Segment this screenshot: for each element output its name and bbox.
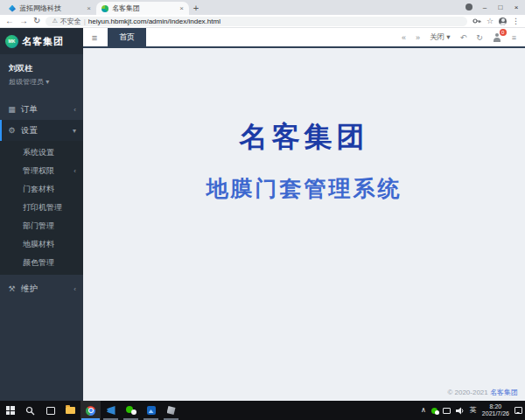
company-title: 名客集团 xyxy=(83,118,525,157)
home-content: 名客集团 地膜门套管理系统 © 2020-2021 名客集团 xyxy=(83,50,525,401)
submenu-label: 管理权限 xyxy=(23,165,74,177)
notification-user-icon[interactable]: 0 xyxy=(493,32,502,43)
user-role-label: 超级管理员 xyxy=(9,78,44,86)
sidebar-item-maintenance[interactable]: ⚒ 维护 ‹ xyxy=(0,278,83,299)
browser-menu-icon[interactable]: ⋮ xyxy=(512,17,520,25)
clock-date: 2021/7/26 xyxy=(482,410,509,417)
tab1-title: 蓝拓网络科技 xyxy=(19,4,83,13)
sidebar-item-settings[interactable]: ⚙ 设置 ▾ xyxy=(0,120,83,141)
start-button[interactable] xyxy=(0,401,20,420)
chrome-taskbar-button[interactable] xyxy=(80,401,101,420)
close-tabs-label: 关闭 xyxy=(430,32,444,41)
maximize-button[interactable]: □ xyxy=(494,1,508,13)
close-tabs-dropdown[interactable]: 关闭 ▾ xyxy=(430,32,451,43)
user-name[interactable]: 刘双柱 xyxy=(9,63,74,74)
chevron-left-icon: ‹ xyxy=(74,167,76,175)
not-secure-warning-icon: ⚠ xyxy=(52,18,57,24)
action-center-icon[interactable] xyxy=(514,407,522,414)
orders-icon: ▦ xyxy=(7,105,17,114)
minimize-button[interactable]: – xyxy=(478,1,492,13)
browser-avatar-icon[interactable] xyxy=(499,18,507,25)
ime-indicator[interactable]: 英 xyxy=(470,407,477,414)
submenu-item-admin-permissions[interactable]: 管理权限 ‹ xyxy=(0,162,83,180)
submenu-item-film-material[interactable]: 地膜材料 xyxy=(0,235,83,254)
tab-home[interactable]: 首页 xyxy=(108,28,146,46)
tab2-title: 名客集团 xyxy=(112,4,176,13)
grey-app-taskbar-button[interactable] xyxy=(161,401,181,420)
settings-submenu: 系统设置 管理权限 ‹ 门套材料 打印机管理 部门管理 xyxy=(0,141,83,275)
orders-label: 订单 xyxy=(21,104,69,116)
system-subtitle: 地膜门套管理系统 xyxy=(83,174,525,203)
scroll-tabs-right-icon[interactable]: » xyxy=(416,33,420,42)
copyright-brand-link[interactable]: 名客集团 xyxy=(490,388,518,396)
wechat-icon xyxy=(126,406,136,415)
chevron-down-icon: ▾ xyxy=(73,127,76,135)
search-icon xyxy=(25,406,35,416)
sidebar-brand[interactable]: MK 名客集团 xyxy=(0,28,83,54)
network-display-icon[interactable] xyxy=(443,408,451,414)
more-menu-icon[interactable]: ≡ xyxy=(512,33,516,42)
tab1-close-icon[interactable]: × xyxy=(87,4,91,12)
tab2-close-icon[interactable]: × xyxy=(179,4,184,12)
task-view-icon xyxy=(46,407,55,415)
forward-button[interactable]: → xyxy=(19,17,28,25)
submenu-item-department-management[interactable]: 部门管理 xyxy=(0,217,83,235)
wechat-taskbar-button[interactable] xyxy=(121,401,141,420)
submenu-item-color-management[interactable]: 颜色管理 xyxy=(0,254,83,272)
back-button[interactable]: ← xyxy=(5,17,14,25)
wrench-icon: ⚒ xyxy=(7,284,17,293)
refresh-button[interactable]: ↻ xyxy=(33,17,40,25)
task-view-button[interactable] xyxy=(40,401,60,420)
folder-icon xyxy=(66,407,75,414)
new-tab-button[interactable]: + xyxy=(189,3,203,15)
file-explorer-button[interactable] xyxy=(60,401,80,420)
main-area: ≡ 首页 « » 关闭 ▾ ↶ ↻ 0 xyxy=(83,28,525,401)
close-window-button[interactable]: × xyxy=(509,1,523,13)
scroll-tabs-left-icon[interactable]: « xyxy=(402,33,406,42)
browser-tab-current[interactable]: 名客集团 × xyxy=(96,2,189,15)
submenu-label: 颜色管理 xyxy=(23,257,76,269)
brand-name: 名客集团 xyxy=(22,35,64,48)
taskbar-search-button[interactable] xyxy=(20,401,40,420)
submenu-label: 打印机管理 xyxy=(23,202,76,214)
windows-taskbar: ∧ 英 8:20 2021/7/26 xyxy=(0,401,525,420)
sidebar: MK 名客集团 刘双柱 超级管理员 ▾ ▦ 订单 ‹ ⚙ 设置 xyxy=(0,28,83,401)
settings-label: 设置 xyxy=(21,125,68,136)
volume-icon[interactable] xyxy=(456,407,465,415)
copyright-text: © 2020-2021 xyxy=(447,388,487,396)
system-tray: ∧ 英 8:20 2021/7/26 xyxy=(421,401,522,420)
window-controls: – □ × xyxy=(466,1,523,13)
user-role-dropdown[interactable]: 超级管理员 ▾ xyxy=(9,77,74,87)
maintenance-label: 维护 xyxy=(21,284,69,295)
collapse-sidebar-icon[interactable]: ≡ xyxy=(83,28,106,46)
bookmark-star-icon[interactable]: ☆ xyxy=(486,17,494,25)
clock-time: 8:20 xyxy=(482,403,509,410)
windows-logo-icon xyxy=(6,406,15,415)
submenu-item-door-cover-material[interactable]: 门套材料 xyxy=(0,180,83,199)
omnibox-separator: | xyxy=(84,18,86,25)
browser-tab-other[interactable]: 蓝拓网络科技 × xyxy=(4,2,96,15)
address-bar[interactable]: ⚠ 不安全 | heiyun.hbmkjt.com/admin/Index/in… xyxy=(46,17,467,26)
caret-down-icon: ▾ xyxy=(46,78,49,86)
grey-app-icon xyxy=(167,406,176,415)
sidebar-item-orders[interactable]: ▦ 订单 ‹ xyxy=(0,99,83,120)
submenu-label: 地膜材料 xyxy=(23,239,76,250)
submenu-label: 门套材料 xyxy=(23,184,76,195)
web-page: MK 名客集团 刘双柱 超级管理员 ▾ ▦ 订单 ‹ ⚙ 设置 xyxy=(0,28,525,401)
password-key-icon[interactable] xyxy=(472,17,481,25)
wechat-tray-icon[interactable] xyxy=(431,408,438,414)
sidebar-menu: ▦ 订单 ‹ ⚙ 设置 ▾ 系统设置 管理权限 ‹ xyxy=(0,99,83,299)
not-secure-label[interactable]: 不安全 xyxy=(60,17,81,26)
appbar-right-icons: « » 关闭 ▾ ↶ ↻ 0 ≡ xyxy=(402,28,525,46)
vscode-taskbar-button[interactable] xyxy=(101,401,121,420)
submenu-item-system-settings[interactable]: 系统设置 xyxy=(0,144,83,162)
undo-icon[interactable]: ↶ xyxy=(460,33,467,42)
profile-bubble-icon[interactable] xyxy=(466,4,472,10)
taskbar-clock[interactable]: 8:20 2021/7/26 xyxy=(482,403,509,418)
url-text[interactable]: heiyun.hbmkjt.com/admin/Index/index.html xyxy=(88,18,220,25)
tab2-favicon-icon xyxy=(102,5,108,12)
blue-app-taskbar-button[interactable] xyxy=(141,401,161,420)
reload-page-icon[interactable]: ↻ xyxy=(476,33,483,42)
submenu-item-printer-management[interactable]: 打印机管理 xyxy=(0,199,83,217)
hidden-icons-chevron[interactable]: ∧ xyxy=(421,407,426,414)
